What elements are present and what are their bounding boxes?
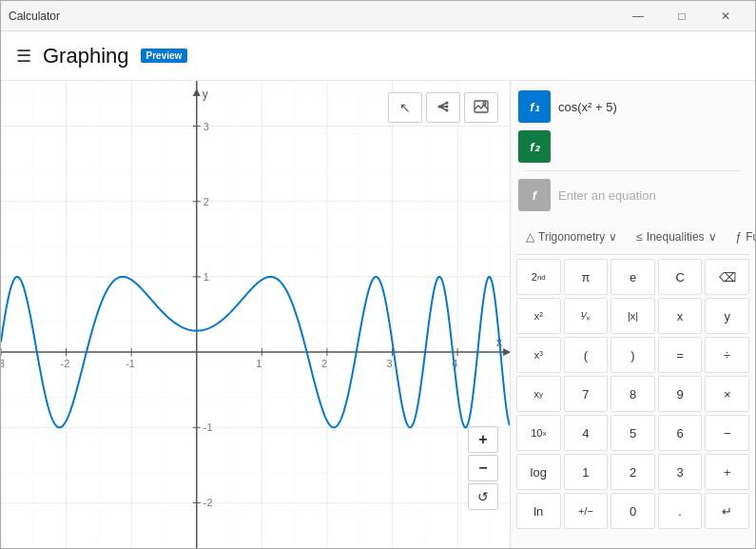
- app-title: Graphing: [43, 44, 129, 69]
- key-one-over-x[interactable]: ¹⁄ₓ: [564, 298, 609, 334]
- svg-point-1: [446, 105, 449, 108]
- key-enter[interactable]: ↵: [705, 493, 749, 529]
- key-abs-x[interactable]: |x|: [611, 298, 655, 334]
- key-decimal[interactable]: .: [658, 493, 703, 529]
- svg-point-5: [483, 102, 486, 105]
- svg-point-0: [446, 101, 449, 104]
- key-9[interactable]: 9: [658, 376, 703, 412]
- key-x-to-y[interactable]: xy: [516, 376, 561, 412]
- equation-list: f₁ cos(x² + 5) f₂ f Enter an equation: [511, 81, 755, 221]
- equation-item-f3[interactable]: f Enter an equation: [518, 177, 747, 213]
- key-8[interactable]: 8: [611, 376, 655, 412]
- key-7[interactable]: 7: [564, 376, 609, 412]
- trig-icon: △: [526, 230, 534, 244]
- rotate-button[interactable]: ↺: [468, 483, 498, 510]
- key-equals[interactable]: =: [658, 337, 703, 373]
- key-3[interactable]: 3: [658, 454, 703, 490]
- equation-badge-f2: f₂: [518, 130, 551, 163]
- key-0[interactable]: 0: [611, 493, 655, 529]
- equation-badge-f3: f: [518, 179, 551, 211]
- key-x-cubed[interactable]: x³: [516, 337, 561, 373]
- equation-value-f1: cos(x² + 5): [558, 100, 747, 114]
- key-2[interactable]: 2: [611, 454, 655, 490]
- key-subtract[interactable]: −: [705, 415, 749, 451]
- key-left-paren[interactable]: (: [564, 337, 609, 373]
- ineq-chevron: ∨: [708, 230, 717, 244]
- func-label: Function: [746, 230, 755, 244]
- key-divide[interactable]: ÷: [705, 337, 749, 373]
- right-panel: f₁ cos(x² + 5) f₂ f Enter an equation △: [510, 81, 755, 548]
- equation-item-f1[interactable]: f₁ cos(x² + 5): [518, 88, 747, 125]
- key-backspace[interactable]: ⌫: [705, 259, 749, 295]
- tab-function[interactable]: ƒ Function: [727, 221, 755, 255]
- share-tool-button[interactable]: [426, 92, 460, 123]
- func-tabs: △ Trigonometry ∨ ≤ Inequalities ∨ ƒ Func…: [516, 221, 749, 255]
- key-right-paren[interactable]: ): [611, 337, 655, 373]
- title-bar: Calculator — □ ✕: [1, 1, 755, 31]
- cursor-icon: ↖: [399, 100, 411, 115]
- maximize-button[interactable]: □: [660, 1, 704, 31]
- key-multiply[interactable]: ×: [705, 376, 749, 412]
- equation-placeholder-f3: Enter an equation: [558, 188, 747, 203]
- key-log[interactable]: log: [516, 454, 561, 490]
- window-title: Calculator: [9, 10, 60, 23]
- key-x-squared[interactable]: x²: [516, 298, 561, 334]
- title-bar-controls: — □ ✕: [616, 1, 747, 31]
- trig-label: Trigonometry: [538, 230, 605, 244]
- image-icon: [474, 100, 489, 116]
- graph-canvas: [1, 81, 510, 548]
- key-pi[interactable]: π: [564, 259, 609, 295]
- key-ln[interactable]: ln: [516, 493, 561, 529]
- key-x[interactable]: x: [658, 298, 703, 334]
- svg-point-3: [438, 105, 441, 108]
- share-icon: [436, 99, 451, 117]
- func-icon: ƒ: [736, 230, 743, 244]
- preview-badge: Preview: [141, 49, 188, 63]
- keypad-grid: 2nd π e C ⌫ x² ¹⁄ₓ |x| x y x³ ( ) = ÷ xy: [516, 259, 749, 529]
- zoom-controls: + − ↺: [468, 426, 498, 510]
- key-5[interactable]: 5: [611, 415, 655, 451]
- title-bar-left: Calculator: [9, 10, 60, 23]
- keypad-area: △ Trigonometry ∨ ≤ Inequalities ∨ ƒ Func…: [511, 221, 755, 548]
- zoom-in-button[interactable]: +: [468, 426, 498, 453]
- key-6[interactable]: 6: [658, 415, 703, 451]
- ineq-label: Inequalities: [647, 230, 705, 244]
- hamburger-icon[interactable]: ☰: [16, 46, 31, 67]
- image-tool-button[interactable]: [464, 92, 498, 123]
- minimize-button[interactable]: —: [616, 1, 660, 31]
- graph-area: ↖: [1, 81, 510, 548]
- key-1[interactable]: 1: [564, 454, 609, 490]
- tab-trigonometry[interactable]: △ Trigonometry ∨: [516, 221, 627, 255]
- key-add[interactable]: +: [705, 454, 749, 490]
- graph-toolbar: ↖: [388, 92, 498, 123]
- ineq-icon: ≤: [636, 230, 643, 244]
- key-plus-minus[interactable]: +/−: [564, 493, 609, 529]
- trig-chevron: ∨: [609, 230, 617, 244]
- svg-point-2: [446, 108, 449, 111]
- select-tool-button[interactable]: ↖: [388, 92, 422, 123]
- calculator-window: Calculator — □ ✕ ☰ Graphing Preview ↖: [0, 0, 756, 549]
- app-header: ☰ Graphing Preview: [1, 31, 755, 81]
- tab-inequalities[interactable]: ≤ Inequalities ∨: [627, 221, 726, 255]
- main-content: ↖: [1, 81, 755, 548]
- key-clear[interactable]: C: [658, 259, 703, 295]
- key-10-to-x[interactable]: 10x: [516, 415, 561, 451]
- equation-item-f2[interactable]: f₂: [518, 128, 747, 165]
- equation-divider: [526, 170, 740, 171]
- zoom-out-button[interactable]: −: [468, 455, 498, 481]
- key-4[interactable]: 4: [564, 415, 609, 451]
- close-button[interactable]: ✕: [704, 1, 747, 31]
- equation-badge-f1: f₁: [518, 90, 551, 123]
- key-e[interactable]: e: [611, 259, 655, 295]
- key-y[interactable]: y: [705, 298, 749, 334]
- key-2nd[interactable]: 2nd: [516, 259, 561, 295]
